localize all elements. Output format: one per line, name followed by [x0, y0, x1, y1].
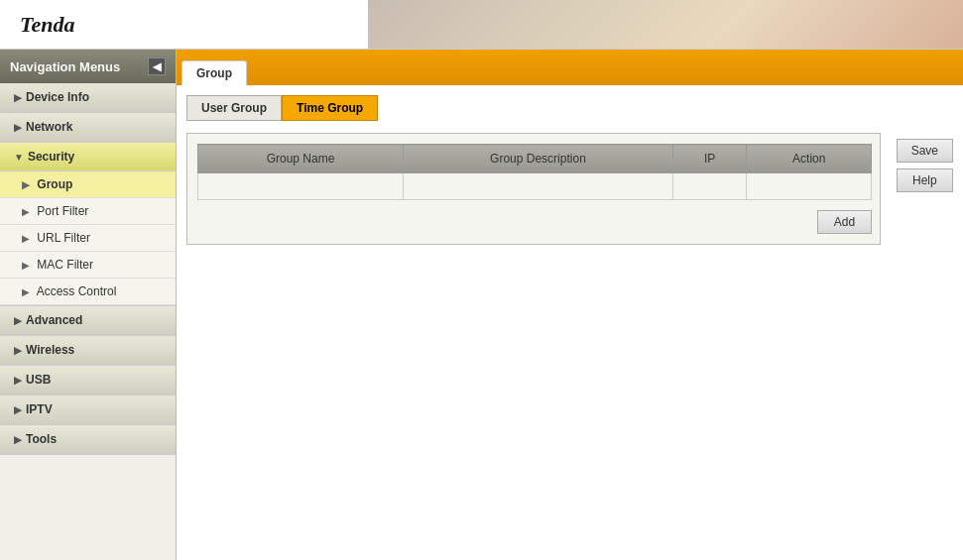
- arrow-icon: ▶: [14, 122, 22, 133]
- sub-tab-user-group-label: User Group: [201, 101, 267, 115]
- header: Tenda: [0, 0, 963, 50]
- table-wrapper: Group Name Group Description IP Action: [186, 133, 881, 245]
- sidebar-collapse-button[interactable]: ◀: [148, 57, 166, 75]
- empty-cell: [747, 173, 872, 200]
- sidebar-label-advanced: Advanced: [26, 313, 82, 327]
- right-buttons: Save Help: [897, 139, 953, 192]
- arrow-icon: ▶: [14, 434, 22, 445]
- sidebar-label-access-control: Access Control: [37, 284, 117, 298]
- sidebar-item-security[interactable]: ▼ Security: [0, 143, 176, 171]
- sidebar-item-mac-filter[interactable]: ▶ MAC Filter: [0, 252, 176, 279]
- sidebar-label-usb: USB: [26, 373, 51, 387]
- col-group-name: Group Name: [198, 145, 404, 173]
- help-button[interactable]: Help: [897, 168, 953, 192]
- sidebar-label-iptv: IPTV: [26, 402, 53, 416]
- logo: Tenda: [20, 12, 74, 38]
- item-arrow-icon: ▶: [22, 260, 30, 271]
- sidebar-item-group[interactable]: ▶ Group: [0, 171, 176, 198]
- sidebar-section-tools: ▶ Tools: [0, 425, 176, 455]
- sidebar-item-access-control[interactable]: ▶ Access Control: [0, 279, 176, 305]
- item-arrow-icon: ▶: [22, 206, 30, 217]
- tab-group-label: Group: [196, 66, 232, 80]
- header-background: [368, 0, 963, 50]
- table-header-row: Group Name Group Description IP Action: [198, 145, 872, 173]
- sidebar-item-usb[interactable]: ▶ USB: [0, 366, 176, 394]
- sidebar-label-security: Security: [28, 150, 74, 164]
- sidebar-section-network: ▶ Network: [0, 113, 176, 143]
- main-wrapper: Group User Group Time Group: [177, 50, 963, 560]
- sidebar: Navigation Menus ◀ ▶ Device Info ▶ Netwo…: [0, 50, 177, 560]
- sidebar-label-tools: Tools: [26, 432, 57, 446]
- sidebar-item-port-filter[interactable]: ▶ Port Filter: [0, 198, 176, 225]
- sidebar-item-wireless[interactable]: ▶ Wireless: [0, 336, 176, 365]
- sidebar-section-device-info: ▶ Device Info: [0, 83, 176, 113]
- col-action: Action: [747, 145, 872, 173]
- arrow-icon: ▶: [14, 315, 22, 326]
- main-content: Group User Group Time Group: [177, 50, 963, 560]
- col-ip: IP: [672, 145, 747, 173]
- sidebar-item-network[interactable]: ▶ Network: [0, 113, 176, 142]
- sidebar-item-iptv[interactable]: ▶ IPTV: [0, 395, 176, 424]
- tab-bar: Group: [177, 50, 963, 85]
- sub-tabs: User Group Time Group: [186, 95, 953, 121]
- arrow-icon: ▶: [14, 92, 22, 103]
- empty-cell: [404, 173, 673, 200]
- sub-tab-time-group-label: Time Group: [297, 101, 363, 115]
- sidebar-label-url-filter: URL Filter: [37, 231, 90, 245]
- arrow-icon: ▶: [14, 375, 22, 386]
- sidebar-section-advanced: ▶ Advanced: [0, 306, 176, 336]
- sidebar-section-iptv: ▶ IPTV: [0, 395, 176, 425]
- item-arrow-icon: ▶: [22, 233, 30, 244]
- sidebar-item-url-filter[interactable]: ▶ URL Filter: [0, 225, 176, 252]
- tab-group[interactable]: Group: [181, 60, 247, 85]
- add-row: Add: [197, 210, 872, 234]
- sidebar-label-group: Group: [37, 177, 72, 191]
- sidebar-section-usb: ▶ USB: [0, 366, 176, 395]
- empty-cell: [198, 173, 404, 200]
- sidebar-item-device-info[interactable]: ▶ Device Info: [0, 83, 176, 112]
- sidebar-header: Navigation Menus ◀: [0, 50, 176, 83]
- sidebar-label-wireless: Wireless: [26, 343, 74, 357]
- empty-cell: [672, 173, 747, 200]
- arrow-icon: ▶: [14, 404, 22, 415]
- add-button[interactable]: Add: [817, 210, 872, 234]
- arrow-down-icon: ▼: [14, 152, 24, 163]
- sub-tab-time-group[interactable]: Time Group: [282, 95, 378, 121]
- sidebar-section-security: ▼ Security ▶ Group ▶ Port Filter ▶ URL F…: [0, 143, 176, 306]
- sidebar-label-device-info: Device Info: [26, 90, 89, 104]
- item-arrow-icon: ▶: [22, 286, 30, 297]
- sidebar-section-wireless: ▶ Wireless: [0, 336, 176, 366]
- group-table: Group Name Group Description IP Action: [197, 144, 872, 200]
- sidebar-item-tools[interactable]: ▶ Tools: [0, 425, 176, 454]
- table-row-empty: [198, 173, 872, 200]
- sidebar-header-label: Navigation Menus: [10, 59, 120, 74]
- sidebar-label-port-filter: Port Filter: [37, 204, 88, 218]
- save-button[interactable]: Save: [897, 139, 953, 163]
- sub-tab-user-group[interactable]: User Group: [186, 95, 282, 121]
- layout: Navigation Menus ◀ ▶ Device Info ▶ Netwo…: [0, 50, 963, 560]
- item-arrow-icon: ▶: [22, 179, 30, 190]
- sidebar-label-network: Network: [26, 120, 72, 134]
- arrow-icon: ▶: [14, 345, 22, 356]
- sidebar-label-mac-filter: MAC Filter: [37, 258, 93, 272]
- content-area: User Group Time Group Group Name Group D…: [177, 85, 963, 560]
- table-body: [198, 173, 872, 200]
- col-group-description: Group Description: [404, 145, 673, 173]
- sidebar-item-advanced[interactable]: ▶ Advanced: [0, 306, 176, 335]
